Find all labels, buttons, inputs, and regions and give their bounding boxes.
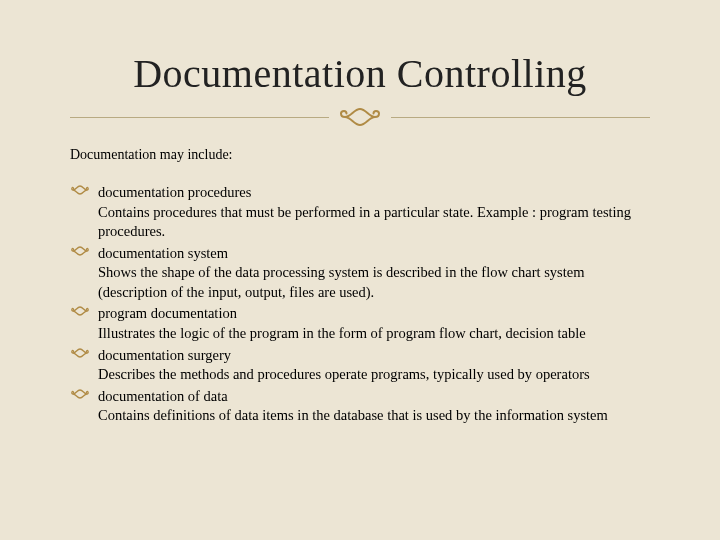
list-item: documentation procedures Contains proced… (98, 183, 650, 242)
item-heading: documentation procedures (98, 183, 650, 203)
flourish-icon (329, 105, 391, 129)
items-list: documentation procedures Contains proced… (70, 183, 650, 426)
slide: Documentation Controlling Documentation … (0, 0, 720, 540)
list-item: documentation surgery Describes the meth… (98, 346, 650, 385)
divider-line-left (70, 117, 329, 118)
item-body: Contains definitions of data items in th… (98, 406, 650, 426)
flourish-bullet-icon (70, 245, 90, 257)
item-body: Describes the methods and procedures ope… (98, 365, 650, 385)
item-heading: documentation surgery (98, 346, 650, 366)
item-heading: program documentation (98, 304, 650, 324)
list-item: documentation of data Contains definitio… (98, 387, 650, 426)
item-heading: documentation system (98, 244, 650, 264)
flourish-bullet-icon (70, 305, 90, 317)
subheading: Documentation may include: (70, 147, 650, 163)
list-item: documentation system Shows the shape of … (98, 244, 650, 303)
item-body: Contains procedures that must be perform… (98, 203, 650, 242)
divider-line-right (391, 117, 650, 118)
item-body: Illustrates the logic of the program in … (98, 324, 650, 344)
list-item: program documentation Illustrates the lo… (98, 304, 650, 343)
item-heading: documentation of data (98, 387, 650, 407)
page-title: Documentation Controlling (70, 50, 650, 97)
flourish-bullet-icon (70, 347, 90, 359)
item-body: Shows the shape of the data processing s… (98, 263, 650, 302)
title-divider (70, 105, 650, 129)
flourish-bullet-icon (70, 184, 90, 196)
flourish-bullet-icon (70, 388, 90, 400)
